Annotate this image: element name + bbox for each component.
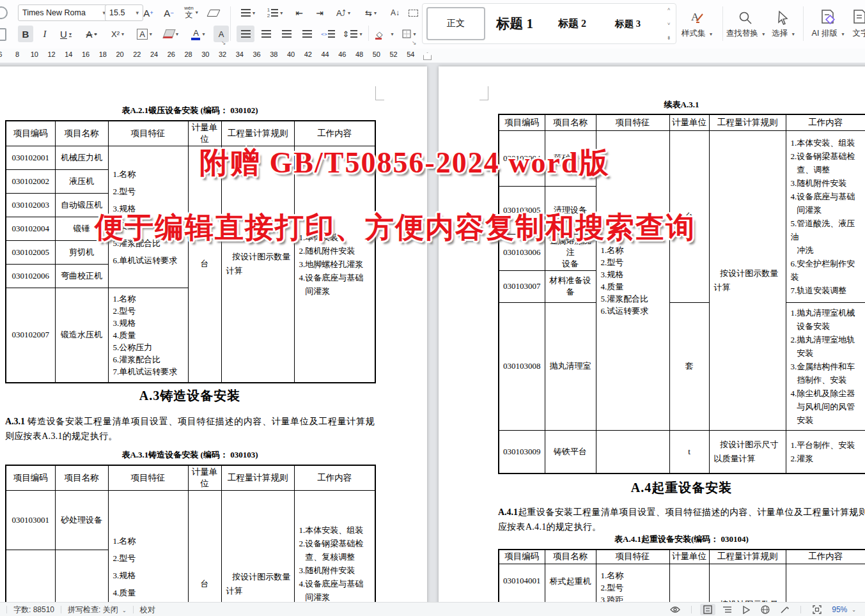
- font-name-value: Times New Roma: [22, 8, 86, 17]
- cell-feature: [596, 430, 669, 474]
- clear-format-eraser-icon[interactable]: [205, 4, 222, 21]
- align-left-button[interactable]: [237, 26, 254, 42]
- paragraph-a41-text: 起重设备安装工程量清单项目设置、项目特征描述的内容、计量单位及工程量计算规则应按…: [498, 507, 865, 532]
- col-header-unit: 计量单位: [669, 550, 709, 564]
- align-right-button[interactable]: [277, 26, 295, 42]
- table-row[interactable]: 030103008 抛丸清理室 套 1.抛丸清理室机械 设备安装 2.抛丸清理室…: [499, 302, 865, 430]
- table-row[interactable]: 030103009 铸铁平台 t 按设计图示尺寸 以质量计算 1.平台制作、安装…: [499, 430, 865, 474]
- sort-icon[interactable]: A↓: [386, 4, 404, 21]
- align-justify-button[interactable]: [298, 26, 316, 42]
- cell-code: 030102004: [6, 217, 55, 241]
- ai-layout-tool[interactable]: AI 排版 ▾: [806, 4, 850, 43]
- cell-code: 030103007: [499, 270, 545, 302]
- cell-name: 弯曲校正机: [55, 265, 108, 288]
- style-heading3[interactable]: 标题 3: [600, 8, 655, 39]
- table-a41-title[interactable]: 表A.4.1起重设备安装(编码： 030104): [498, 534, 865, 545]
- cell-work: 1.本体安装、组装 2.设备钢梁基础检 查、调整 3.随机附件安装 4.设备底座…: [786, 130, 865, 302]
- decrease-font-icon[interactable]: A−: [160, 4, 178, 21]
- decrease-indent-icon[interactable]: ⇤: [290, 4, 308, 21]
- ai-layout-icon: [820, 4, 836, 26]
- table-a31[interactable]: 项目编码 项目名称 项目特征 计量单位 工程量计算规则 工作内容 0301030…: [5, 465, 376, 616]
- proofread-button[interactable]: 校对: [140, 604, 155, 615]
- cell-unit: t: [669, 430, 709, 474]
- strikethrough-button[interactable]: A▾: [81, 26, 102, 42]
- clipped-icon-bottom[interactable]: [0, 28, 6, 41]
- numbered-list-icon[interactable]: 12▾: [263, 4, 286, 21]
- cell-work: 1.平台制作、安装 2.灌浆: [786, 430, 865, 474]
- cell-name: 锻造水压机: [55, 288, 108, 383]
- table-a31-title[interactable]: 表A.3.1铸造设备安装 (编码： 030103): [5, 449, 375, 461]
- style-heading1[interactable]: 标题 1: [485, 8, 544, 39]
- show-marks-icon[interactable]: [405, 4, 421, 21]
- text-tool[interactable]: 文字: [848, 4, 865, 43]
- gallery-up-icon[interactable]: ˄: [667, 6, 671, 12]
- font-color-icon[interactable]: A▾: [187, 26, 210, 42]
- spell-check-status[interactable]: 拼写检查: 关闭 ⌄: [68, 604, 127, 615]
- cell-work: 1.本体安装、组装 2.设备钢梁基础检 查、复核调整 3.随机附件安装 4.设备…: [294, 491, 375, 616]
- hide-toolbar-eye-icon[interactable]: [667, 604, 683, 615]
- paragraph-group-launcher-icon[interactable]: ↘: [412, 40, 417, 46]
- zoom-dropdown-icon[interactable]: ⌄: [852, 607, 856, 613]
- word-count[interactable]: 字数: 88510: [13, 604, 54, 615]
- right-indent-marker[interactable]: [423, 52, 432, 60]
- bold-button[interactable]: B: [18, 26, 33, 42]
- svg-text:A: A: [691, 11, 699, 23]
- italic-button[interactable]: I: [37, 26, 52, 42]
- font-size-select[interactable]: 15.5 ▾: [105, 4, 143, 21]
- table-a31-cont-title[interactable]: 续表A.3.1: [498, 99, 865, 111]
- text-direction-icon[interactable]: A⤴▾: [331, 4, 355, 21]
- clipped-icon-top[interactable]: [0, 6, 8, 19]
- bullet-list-icon[interactable]: ▾: [237, 4, 260, 21]
- zoom-level[interactable]: 95%: [832, 605, 847, 614]
- horizontal-ruler[interactable]: 6810121416182022242628303234363840424446…: [0, 49, 865, 63]
- outline-view-icon[interactable]: [719, 604, 735, 615]
- table-a21-title[interactable]: 表A.2.1锻压设备安装 (编码： 030102): [5, 105, 375, 116]
- distribute-text-icon[interactable]: <>: [318, 26, 338, 42]
- borders-icon[interactable]: ▾: [398, 26, 421, 42]
- style-set-tool[interactable]: A 样式集 ▾: [676, 4, 717, 43]
- cell-name: 材料准备设备: [545, 270, 596, 302]
- col-header-name: 项目名称: [55, 121, 108, 146]
- ink-pen-icon[interactable]: [777, 604, 792, 615]
- web-layout-globe-icon[interactable]: [758, 604, 773, 615]
- paragraph-a31-label: A.3.1: [5, 417, 25, 426]
- cell-rule: 按设计图示尺寸 以质量计算: [709, 430, 786, 474]
- cell-code: 030103009: [499, 430, 545, 474]
- text-effects-icon[interactable]: A▾: [133, 26, 156, 42]
- font-group-launcher-icon[interactable]: ↘: [221, 40, 226, 46]
- wrap-text-icon[interactable]: ⇆▾: [359, 4, 382, 21]
- gallery-more-icon[interactable]: ⇟: [667, 35, 671, 41]
- underline-button[interactable]: U▾: [55, 26, 77, 42]
- col-header-rule: 工程量计算规则: [709, 550, 786, 564]
- paragraph-a41-label: A.4.1: [498, 507, 518, 517]
- style-set-icon: A: [689, 4, 705, 26]
- select-tool[interactable]: 选择 ▾: [766, 4, 800, 43]
- cell-name: 机械压力机: [55, 146, 108, 170]
- style-heading2[interactable]: 标题 2: [544, 8, 600, 39]
- page-view-icon[interactable]: [700, 604, 715, 615]
- style-normal[interactable]: 正文: [426, 7, 485, 40]
- section-a3-heading[interactable]: A.3铸造设备安装: [5, 387, 375, 404]
- col-header-rule: 工程量计算规则: [221, 465, 294, 491]
- cell-name: 铸铁平台: [545, 430, 596, 474]
- shading-color-icon[interactable]: ◇▾: [373, 26, 396, 42]
- line-spacing-icon[interactable]: ⇕▾: [340, 26, 364, 42]
- increase-font-icon[interactable]: A+: [139, 4, 157, 21]
- paragraph-a31[interactable]: A.3.1 铸造设备安装工程量清单项目设置、项目特征描述的内容、计量单位及工程量…: [5, 414, 375, 443]
- cell-code: 030102003: [6, 194, 55, 217]
- section-a4-heading[interactable]: A.4起重设备安装: [498, 479, 865, 497]
- increase-indent-icon[interactable]: ⇥: [311, 4, 329, 21]
- pinyin-bottom: 文: [185, 11, 192, 19]
- read-mode-icon[interactable]: [738, 604, 754, 615]
- gallery-down-icon[interactable]: ˅: [667, 21, 671, 27]
- font-name-select[interactable]: Times New Roma ▾: [18, 4, 110, 21]
- table-row[interactable]: 030103001 砂处理设备 1.名称 2.型号 3.规格 4.质量 5.灌浆…: [6, 491, 375, 550]
- status-separator: [6, 606, 7, 613]
- highlight-color-icon[interactable]: ▾: [160, 26, 183, 42]
- fullscreen-icon[interactable]: [809, 604, 825, 615]
- pinyin-guide-icon[interactable]: wén 文 ▾: [180, 4, 202, 20]
- find-replace-tool[interactable]: 查找替换 ▾: [725, 4, 766, 43]
- paragraph-a41[interactable]: A.4.1起重设备安装工程量清单项目设置、项目特征描述的内容、计量单位及工程量计…: [498, 505, 865, 534]
- superscript-button[interactable]: X²▾: [106, 26, 129, 42]
- align-center-button[interactable]: [257, 26, 275, 42]
